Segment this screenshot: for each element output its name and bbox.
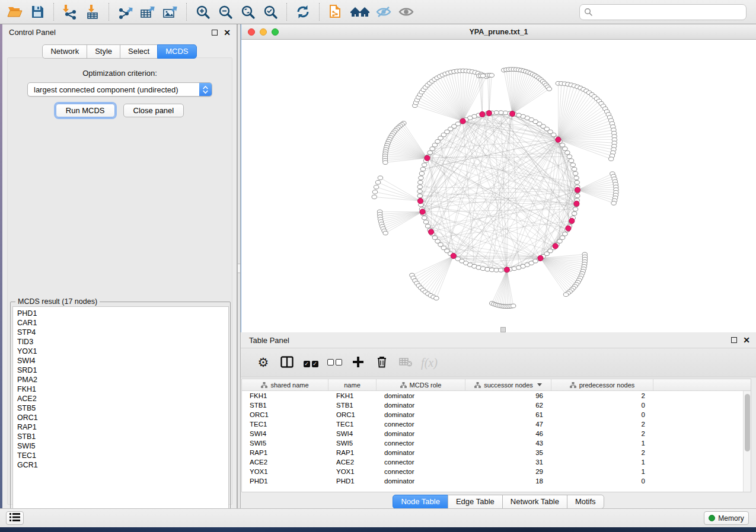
network-node[interactable] xyxy=(374,185,378,189)
cell-successor-nodes[interactable]: 62 xyxy=(465,402,551,409)
network-node[interactable] xyxy=(611,201,616,206)
splitter-handle[interactable] xyxy=(238,264,240,273)
mcds-result-item[interactable]: CAR1 xyxy=(17,318,228,328)
birds-eye-toggle[interactable] xyxy=(500,327,506,332)
table-settings-button[interactable]: ⚙ xyxy=(251,355,275,370)
mcds-result-item[interactable]: SWI5 xyxy=(17,441,228,451)
cell-successor-nodes[interactable]: 47 xyxy=(465,421,551,428)
table-scrollbar[interactable] xyxy=(743,391,751,492)
network-node[interactable] xyxy=(417,185,422,189)
show-all-button[interactable] xyxy=(395,1,418,23)
cell-MCDS-role[interactable]: dominator xyxy=(377,449,465,456)
network-hub-node[interactable] xyxy=(574,201,579,206)
network-node[interactable] xyxy=(435,140,440,144)
cell-predecessor-nodes[interactable]: 0 xyxy=(551,402,653,409)
column-header-name[interactable]: name xyxy=(328,379,377,390)
network-node[interactable] xyxy=(378,176,382,180)
table-row[interactable]: TEC1TEC1connector472 xyxy=(242,419,751,429)
close-panel-button[interactable]: Close panel xyxy=(123,104,184,117)
table-tab-network-table[interactable]: Network Table xyxy=(502,495,567,509)
column-header-shared-name[interactable]: shared name xyxy=(242,379,328,390)
mcds-result-item[interactable]: PMA2 xyxy=(17,375,228,384)
network-node[interactable] xyxy=(480,267,485,271)
cell-name[interactable]: SWI4 xyxy=(328,430,377,437)
network-node[interactable] xyxy=(567,155,572,159)
cell-successor-nodes[interactable]: 18 xyxy=(465,477,551,485)
cell-MCDS-role[interactable]: connector xyxy=(377,421,465,428)
table-row[interactable]: SWI5SWI5connector431 xyxy=(242,438,751,448)
network-node[interactable] xyxy=(383,231,388,235)
duplicate-network-button[interactable] xyxy=(324,1,347,23)
cell-MCDS-role[interactable]: connector xyxy=(377,459,465,466)
cell-name[interactable]: FKH1 xyxy=(328,392,377,399)
network-node[interactable] xyxy=(417,190,422,194)
network-hub-node[interactable] xyxy=(509,111,515,116)
cell-shared-name[interactable]: FKH1 xyxy=(242,392,328,399)
cell-name[interactable]: YOX1 xyxy=(328,468,377,475)
mcds-result-item[interactable]: TID3 xyxy=(17,337,228,347)
network-hub-node[interactable] xyxy=(420,209,425,214)
network-canvas[interactable] xyxy=(241,40,756,332)
network-node[interactable] xyxy=(575,194,580,198)
mcds-result-item[interactable]: FKH1 xyxy=(17,384,228,394)
add-column-button[interactable] xyxy=(346,356,370,370)
cell-shared-name[interactable]: ORC1 xyxy=(242,411,328,418)
cell-shared-name[interactable]: ACE2 xyxy=(242,459,328,466)
mcds-result-item[interactable]: PHD1 xyxy=(17,309,228,318)
cell-predecessor-nodes[interactable]: 1 xyxy=(551,468,653,475)
mcds-result-item[interactable]: TEC1 xyxy=(17,451,228,460)
mcds-result-item[interactable]: ACE2 xyxy=(17,394,228,403)
export-table-button[interactable] xyxy=(136,1,159,23)
table-row[interactable]: ORC1ORC1dominator610 xyxy=(242,410,751,419)
network-node[interactable] xyxy=(570,163,575,167)
table-tab-node-table[interactable]: Node Table xyxy=(393,495,448,509)
table-row[interactable]: RAP1RAP1dominator352 xyxy=(242,448,751,457)
cell-shared-name[interactable]: TEC1 xyxy=(242,421,328,428)
close-panel-icon[interactable]: ✕ xyxy=(224,30,231,36)
float-table-panel-icon[interactable] xyxy=(731,337,737,343)
network-node[interactable] xyxy=(372,195,377,199)
cell-successor-nodes[interactable]: 31 xyxy=(465,459,551,466)
select-all-button[interactable]: ✓✓ xyxy=(299,358,323,367)
network-hub-node[interactable] xyxy=(504,267,509,273)
network-node[interactable] xyxy=(375,180,380,184)
optimization-criterion-select[interactable]: largest connected component (undirected) xyxy=(27,82,212,97)
network-node[interactable] xyxy=(420,167,425,171)
cell-predecessor-nodes[interactable]: 1 xyxy=(551,440,653,447)
delete-table-button[interactable] xyxy=(394,357,417,369)
column-header-predecessor-nodes[interactable]: predecessor nodes xyxy=(551,379,653,390)
network-node[interactable] xyxy=(572,211,576,216)
zoom-selected-button[interactable] xyxy=(259,1,282,23)
network-hub-node[interactable] xyxy=(566,226,571,231)
cell-MCDS-role[interactable]: dominator xyxy=(377,477,465,485)
network-node[interactable] xyxy=(565,150,570,155)
network-node[interactable] xyxy=(428,150,432,155)
network-node[interactable] xyxy=(563,232,567,236)
network-node[interactable] xyxy=(573,172,578,176)
cell-predecessor-nodes[interactable]: 1 xyxy=(551,459,653,466)
network-node[interactable] xyxy=(480,74,485,78)
network-node[interactable] xyxy=(489,73,494,78)
network-hub-node[interactable] xyxy=(451,253,456,258)
cell-name[interactable]: SWI5 xyxy=(328,440,377,447)
cell-predecessor-nodes[interactable]: 2 xyxy=(551,392,653,399)
cell-successor-nodes[interactable]: 43 xyxy=(465,440,551,447)
network-hub-node[interactable] xyxy=(553,243,558,249)
cell-predecessor-nodes[interactable]: 2 xyxy=(551,421,653,428)
network-hub-node[interactable] xyxy=(569,218,575,223)
network-hub-node[interactable] xyxy=(428,229,433,235)
cell-shared-name[interactable]: PHD1 xyxy=(242,477,328,485)
network-node[interactable] xyxy=(372,190,377,194)
cell-MCDS-role[interactable]: connector xyxy=(377,468,465,475)
export-network-button[interactable] xyxy=(114,1,136,23)
import-table-button[interactable] xyxy=(81,1,104,23)
cell-name[interactable]: TEC1 xyxy=(328,421,377,428)
show-panels-button[interactable] xyxy=(6,511,24,525)
cell-predecessor-nodes[interactable]: 0 xyxy=(551,477,653,485)
column-header-successor-nodes[interactable]: successor nodes xyxy=(465,379,551,390)
table-tab-motifs[interactable]: Motifs xyxy=(567,495,604,509)
network-node[interactable] xyxy=(419,176,423,180)
cell-shared-name[interactable]: RAP1 xyxy=(242,449,328,456)
zoom-fit-button[interactable] xyxy=(237,1,259,23)
cell-predecessor-nodes[interactable]: 2 xyxy=(551,430,653,437)
